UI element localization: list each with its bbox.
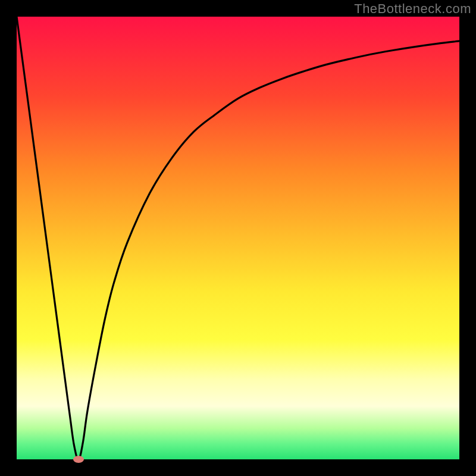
curve-path: [17, 17, 459, 459]
watermark-text: TheBottleneck.com: [354, 1, 471, 17]
chart-frame: TheBottleneck.com: [0, 0, 476, 476]
plot-area: [17, 17, 459, 459]
min-marker: [73, 456, 84, 463]
curve-layer: [17, 17, 459, 459]
